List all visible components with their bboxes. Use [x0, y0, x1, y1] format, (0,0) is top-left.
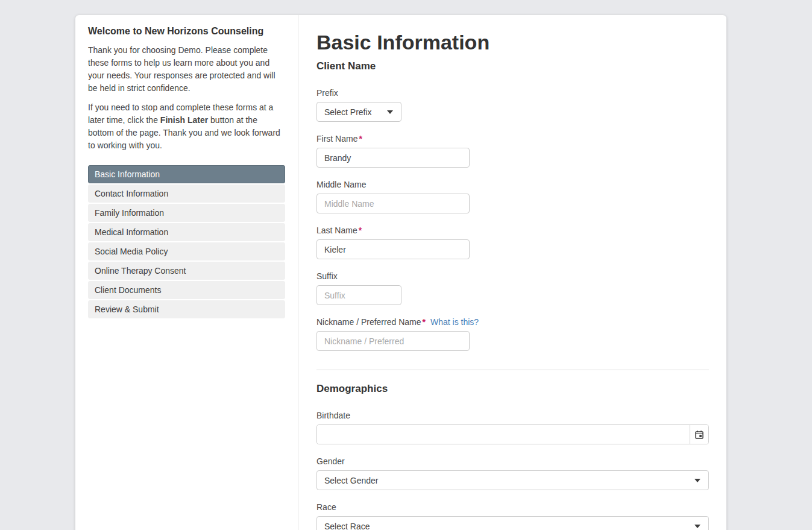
main-content: Basic Information Client Name Prefix Sel…	[298, 15, 726, 530]
required-asterisk: *	[359, 134, 362, 144]
client-name-heading: Client Name	[316, 60, 709, 72]
race-select-value: Select Race	[324, 522, 370, 530]
gender-select[interactable]: Select Gender	[316, 470, 709, 490]
birthdate-label: Birthdate	[316, 411, 709, 420]
birthdate-input[interactable]	[317, 425, 690, 444]
page-title: Basic Information	[316, 30, 709, 55]
first-name-input[interactable]	[316, 148, 470, 168]
finish-later-emphasis: Finish Later	[160, 115, 208, 125]
chevron-down-icon	[694, 479, 700, 482]
middle-name-field: Middle Name	[316, 180, 709, 213]
gender-field: Gender Select Gender	[316, 456, 709, 490]
welcome-paragraph-2: If you need to stop and complete these f…	[88, 101, 285, 152]
first-name-field: First Name*	[316, 134, 709, 168]
chevron-down-icon	[387, 110, 393, 114]
welcome-paragraph-1: Thank you for choosing Demo. Please comp…	[88, 44, 285, 95]
last-name-input[interactable]	[316, 239, 470, 259]
form-section-nav: Basic Information Contact Information Fa…	[88, 165, 285, 318]
race-field: Race Select Race	[316, 502, 709, 530]
prefix-field: Prefix Select Prefix	[316, 88, 709, 122]
nav-item-family-information[interactable]: Family Information	[88, 204, 285, 222]
race-select[interactable]: Select Race	[316, 516, 709, 530]
birthdate-field: Birthdate	[316, 411, 709, 444]
birthdate-input-group	[316, 424, 709, 444]
prefix-select[interactable]: Select Prefix	[316, 102, 401, 122]
calendar-button[interactable]	[690, 425, 708, 444]
prefix-select-value: Select Prefix	[324, 107, 372, 117]
nav-item-client-documents[interactable]: Client Documents	[88, 281, 285, 299]
suffix-field: Suffix	[316, 271, 709, 305]
suffix-input[interactable]	[316, 285, 401, 305]
middle-name-input[interactable]	[316, 194, 470, 213]
nav-item-review-submit[interactable]: Review & Submit	[88, 300, 285, 318]
gender-label: Gender	[316, 456, 709, 466]
nav-item-social-media-policy[interactable]: Social Media Policy	[88, 242, 285, 260]
first-name-label: First Name*	[316, 134, 709, 144]
last-name-label: Last Name*	[316, 226, 709, 235]
suffix-label: Suffix	[316, 271, 709, 281]
nav-item-basic-information[interactable]: Basic Information	[88, 165, 285, 183]
race-label: Race	[316, 502, 709, 512]
required-asterisk: *	[359, 226, 362, 235]
what-is-this-link[interactable]: What is this?	[430, 317, 479, 327]
nav-item-medical-information[interactable]: Medical Information	[88, 223, 285, 241]
demographics-heading: Demographics	[316, 383, 709, 395]
section-divider	[316, 370, 709, 370]
nickname-field: Nickname / Preferred Name*What is this?	[316, 317, 709, 351]
welcome-title: Welcome to New Horizons Counseling	[88, 26, 285, 37]
nickname-input[interactable]	[316, 331, 470, 351]
required-asterisk: *	[423, 317, 426, 327]
nav-item-contact-information[interactable]: Contact Information	[88, 185, 285, 203]
prefix-label: Prefix	[316, 88, 709, 98]
nickname-label: Nickname / Preferred Name*What is this?	[316, 317, 709, 327]
sidebar: Welcome to New Horizons Counseling Thank…	[75, 15, 298, 530]
nav-item-online-therapy-consent[interactable]: Online Therapy Consent	[88, 262, 285, 280]
calendar-icon	[694, 430, 704, 440]
form-card: Welcome to New Horizons Counseling Thank…	[75, 15, 726, 530]
gender-select-value: Select Gender	[324, 476, 379, 485]
chevron-down-icon	[694, 525, 700, 528]
last-name-field: Last Name*	[316, 226, 709, 259]
middle-name-label: Middle Name	[316, 180, 709, 189]
